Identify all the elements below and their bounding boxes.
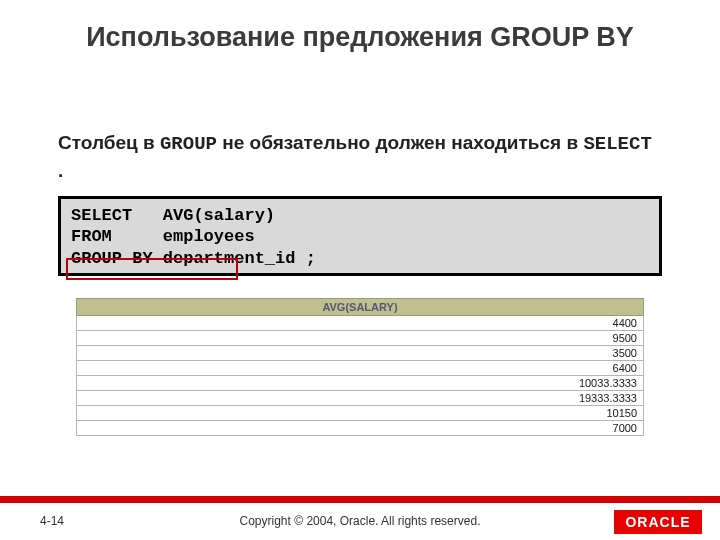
page-title: Использование предложения GROUP BY bbox=[0, 22, 720, 53]
result-cell: 10033.3333 bbox=[77, 376, 644, 391]
result-table: AVG(SALARY) 4400 9500 3500 6400 10033.33… bbox=[76, 298, 644, 436]
accent-bar bbox=[0, 496, 720, 503]
result-cell: 6400 bbox=[77, 361, 644, 376]
result-cell: 9500 bbox=[77, 331, 644, 346]
subtitle-part3: . bbox=[58, 160, 63, 181]
oracle-logo: ORACLE bbox=[614, 510, 702, 534]
footer: 4-14 Copyright © 2004, Oracle. All right… bbox=[0, 503, 720, 540]
result-header: AVG(SALARY) bbox=[77, 299, 644, 316]
table-row: 9500 bbox=[77, 331, 644, 346]
subtitle-kw2: SELECT bbox=[583, 133, 651, 155]
table-row: 4400 bbox=[77, 316, 644, 331]
table-row: 10150 bbox=[77, 406, 644, 421]
copyright-text: Copyright © 2004, Oracle. All rights res… bbox=[0, 514, 720, 528]
subtitle: Столбец в GROUP не обязательно должен на… bbox=[58, 130, 660, 183]
table-row: 19333.3333 bbox=[77, 391, 644, 406]
result-cell: 3500 bbox=[77, 346, 644, 361]
slide: Использование предложения GROUP BY Столб… bbox=[0, 0, 720, 540]
subtitle-kw1: GROUP bbox=[160, 133, 217, 155]
subtitle-part2: не обязательно должен находиться в bbox=[217, 132, 583, 153]
highlight-box bbox=[66, 258, 238, 280]
subtitle-part1: Столбец в bbox=[58, 132, 160, 153]
result-cell: 7000 bbox=[77, 421, 644, 436]
result-cell: 19333.3333 bbox=[77, 391, 644, 406]
table-row: 6400 bbox=[77, 361, 644, 376]
table-row: 3500 bbox=[77, 346, 644, 361]
table-row: 7000 bbox=[77, 421, 644, 436]
result-cell: 4400 bbox=[77, 316, 644, 331]
result-cell: 10150 bbox=[77, 406, 644, 421]
table-row: 10033.3333 bbox=[77, 376, 644, 391]
